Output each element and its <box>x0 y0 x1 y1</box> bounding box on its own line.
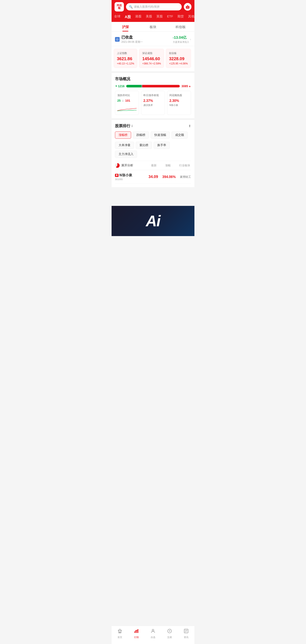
index-value-chuangye: 3228.09 <box>169 56 188 61</box>
stat-value-yesterday: 2.37% <box>143 99 163 103</box>
info-icon: ℹ <box>132 124 133 128</box>
fund-flow-value: -13.04亿 <box>173 35 189 40</box>
analysis-label: 展开分析 <box>121 164 149 168</box>
rank-btn-fast-gain[interactable]: 快速涨幅 <box>151 132 170 139</box>
status-icon <box>115 37 120 42</box>
index-value-shenzhen: 14546.60 <box>142 56 161 61</box>
nav-tabs: 全球 A股 港股 美股 英股 ETF 期货 其他 <box>112 14 194 22</box>
nav-tab-usstock[interactable]: 美股 <box>145 14 153 20</box>
rank-filters-row2: 大单净量 量比榜 换手率 主力净流入 <box>115 142 191 158</box>
fund-flow-section[interactable]: -13.04亿 大盘资金净流入 › <box>173 35 191 44</box>
index-card-chuangye[interactable]: 创业板 3228.09 +125.95 +4.06% <box>166 49 191 68</box>
ratio-red-value: 101 <box>125 99 130 102</box>
sub-tab-hudepth[interactable]: 沪深 <box>112 22 139 32</box>
stat-title-ratio: 涨跌停对比 <box>117 94 137 97</box>
stock-price-0: 34.09 <box>149 174 158 179</box>
rank-btn-volume-ratio[interactable]: 量比榜 <box>136 142 152 149</box>
stock-sector-0: 家用轻工 <box>180 175 191 179</box>
stat-sub-yesterday: 鼎汉技术 <box>143 104 163 107</box>
stat-sub-hotstock: N张小泉 <box>169 104 189 107</box>
top-icon: ⬆ <box>188 124 191 128</box>
index-cards: 上证指数 3621.86 +40.13 +1.12% 深证成指 14546.60… <box>112 46 194 71</box>
market-overview-title: 市场概况 <box>115 76 191 82</box>
index-change-shanghai: +40.13 +1.12% <box>117 62 134 65</box>
col-header-sector: 行业板块 <box>179 164 190 168</box>
sub-tab-sector[interactable]: 板块 <box>139 22 167 32</box>
header: 同花 顺 🔍 请输入股票代码/简拼 <box>112 0 194 14</box>
stats-grid: 涨跌停对比 25 ： 101 昨日涨停表现 2.37% 鼎汉技术 同花顺热股 2… <box>115 91 191 115</box>
stat-card-hotstock[interactable]: 同花顺热股 2.30% N张小泉 <box>167 91 191 115</box>
market-down-count: ▼ 1216 <box>115 84 125 88</box>
rank-btn-volume[interactable]: 成交额 <box>172 132 188 139</box>
nav-tab-futures[interactable]: 期货 <box>177 14 184 20</box>
nav-tab-other[interactable]: 其他 <box>188 14 194 20</box>
rank-btn-losers[interactable]: 跌幅榜 <box>133 132 149 139</box>
analysis-row: 展开分析 最新 涨幅 行业板块 <box>115 161 191 170</box>
status-bar: 已收盘 2021-09-06 星期一 -13.04亿 大盘资金净流入 › <box>112 32 194 46</box>
stat-title-yesterday: 昨日涨停表现 <box>143 94 163 97</box>
market-bar <box>126 85 180 88</box>
app-logo: 同花 顺 <box>115 2 124 12</box>
bar-red <box>142 85 180 88</box>
col-headers: 最新 涨幅 行业板块 <box>151 164 191 168</box>
robot-icon <box>185 4 190 9</box>
stock-badge-0: 新 <box>115 174 119 177</box>
market-bar-wrap: ▼ 1216 3085 ▲ <box>115 84 191 88</box>
index-value-shanghai: 3621.86 <box>117 56 134 61</box>
search-icon: 🔍 <box>129 5 133 8</box>
index-name-chuangye: 创业板 <box>169 52 188 55</box>
rank-btn-bigorder[interactable]: 大单净量 <box>115 142 134 149</box>
mini-chart <box>117 104 137 112</box>
rank-filters-row1: 涨幅榜 跌幅榜 快速涨幅 成交额 <box>115 132 191 139</box>
col-header-change: 涨幅 <box>165 164 171 168</box>
mini-chart-svg <box>117 104 137 112</box>
bar-green <box>126 85 141 88</box>
search-placeholder: 请输入股票代码/简拼 <box>134 5 160 9</box>
stat-card-ratio[interactable]: 涨跌停对比 25 ： 101 <box>115 91 139 115</box>
svg-point-4 <box>187 5 188 6</box>
market-status-title: 已收盘 <box>121 35 143 40</box>
index-card-shanghai[interactable]: 上证指数 3621.86 +40.13 +1.12% <box>114 49 137 68</box>
nav-tab-ukstock[interactable]: 英股 <box>156 14 163 20</box>
rank-btn-main-flow[interactable]: 主力净流入 <box>115 150 137 158</box>
market-overview-section: 市场概况 ▼ 1216 3085 ▲ 涨跌停对比 25 ： 101 <box>112 73 194 118</box>
sub-tab-kechuang[interactable]: 科创板 <box>167 22 194 32</box>
rank-btn-turnover[interactable]: 换手率 <box>154 142 170 149</box>
stat-card-yesterday[interactable]: 昨日涨停表现 2.37% 鼎汉技术 <box>141 91 165 115</box>
search-bar[interactable]: 🔍 请输入股票代码/简拼 <box>126 3 182 10</box>
stock-name-0: 新N张小泉 <box>115 173 149 178</box>
col-header-price: 最新 <box>151 164 157 168</box>
stock-ranking-section: 股票排行 ℹ ⬆ 涨幅榜 跌幅榜 快速涨幅 成交额 大单净量 量比榜 换手率 主… <box>112 120 194 187</box>
avatar-button[interactable] <box>184 3 191 11</box>
chevron-right-icon: › <box>190 38 191 41</box>
index-card-shenzhen[interactable]: 深证成指 14546.60 +366.74 +2.59% <box>139 49 164 68</box>
svg-rect-0 <box>186 6 190 8</box>
market-status-date: 2021-09-06 星期一 <box>121 40 143 44</box>
svg-point-1 <box>187 7 187 8</box>
index-name-shanghai: 上证指数 <box>117 52 134 55</box>
ratio-green-value: 25 <box>117 99 121 102</box>
svg-point-2 <box>188 7 189 8</box>
stock-code-0: 301055 <box>115 178 149 180</box>
nav-tab-ashare[interactable]: A股 <box>124 14 131 20</box>
ai-text: Ai <box>146 212 160 230</box>
index-change-shenzhen: +366.74 +2.59% <box>142 62 161 65</box>
market-up-count: 3085 ▲ <box>181 84 191 88</box>
stat-title-hotstock: 同花顺热股 <box>169 94 189 97</box>
ai-section: Ai <box>112 206 194 236</box>
index-change-chuangye: +125.95 +4.06% <box>169 62 188 65</box>
nav-tab-etf[interactable]: ETF <box>167 14 173 20</box>
status-left: 已收盘 2021-09-06 星期一 <box>115 35 143 44</box>
stock-row-0[interactable]: 新N张小泉 301055 34.09 394.06% 家用轻工 <box>115 170 191 184</box>
bottom-spacer <box>112 189 194 206</box>
stat-value-hotstock: 2.30% <box>169 99 189 103</box>
ranking-title: 股票排行 <box>115 123 130 128</box>
analysis-icon <box>115 163 120 168</box>
stock-pct-0: 394.06% <box>162 175 176 179</box>
sub-tabs: 沪深 板块 科创板 <box>112 22 194 32</box>
nav-tab-hkstock[interactable]: 港股 <box>135 14 142 20</box>
nav-tab-global[interactable]: 全球 <box>114 14 121 20</box>
index-name-shenzhen: 深证成指 <box>142 52 161 55</box>
rank-btn-gainers[interactable]: 涨幅榜 <box>115 132 131 139</box>
stat-ratio-value: 25 ： 101 <box>117 99 137 103</box>
